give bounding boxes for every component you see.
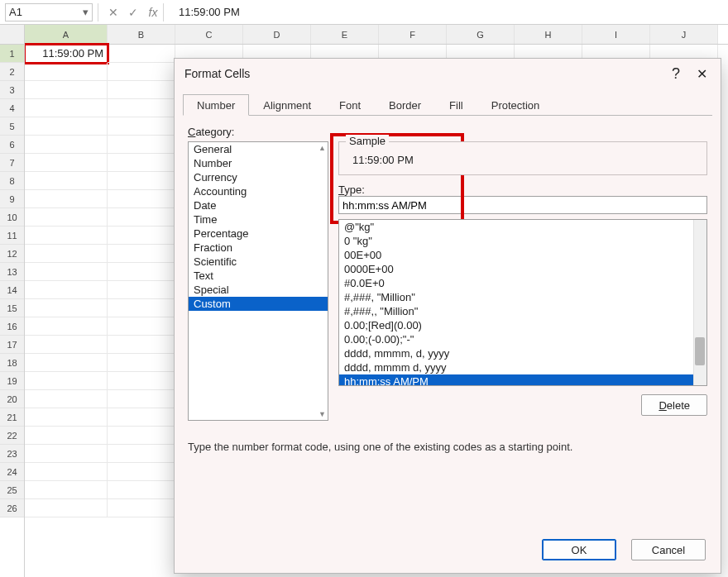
row-header[interactable]: 26 <box>0 499 24 517</box>
cell[interactable] <box>25 208 108 227</box>
cell[interactable] <box>108 117 175 136</box>
format-code-list[interactable]: @"kg"0 "kg"00E+000000E+00#0.0E+0#,###, "… <box>338 219 707 386</box>
cell[interactable] <box>108 172 175 190</box>
cell[interactable] <box>108 317 175 336</box>
format-code-item[interactable]: 0.00;(-0.00);"-" <box>339 332 693 346</box>
row-header[interactable]: 20 <box>0 390 24 408</box>
category-item[interactable]: Text <box>189 269 328 283</box>
cell[interactable] <box>108 81 175 99</box>
formula-confirm-button[interactable]: ✓ <box>123 2 143 22</box>
column-header[interactable]: H <box>515 25 582 44</box>
cell[interactable] <box>25 336 108 354</box>
column-header[interactable]: A <box>25 25 108 44</box>
cell[interactable] <box>25 354 108 372</box>
cell[interactable] <box>108 481 175 499</box>
type-input[interactable] <box>338 196 707 214</box>
category-item[interactable]: Fraction <box>189 241 328 255</box>
tab-fill[interactable]: Fill <box>435 94 477 116</box>
name-box[interactable]: A1 ▾ <box>5 3 93 21</box>
cell[interactable] <box>108 154 175 172</box>
row-header[interactable]: 7 <box>0 154 24 172</box>
cell[interactable] <box>25 499 108 517</box>
category-item[interactable]: Special <box>189 283 328 297</box>
category-item[interactable]: Date <box>189 198 328 212</box>
row-header[interactable]: 3 <box>0 81 24 99</box>
row-header[interactable]: 23 <box>0 445 24 463</box>
format-code-item[interactable]: dddd, mmmm d, yyyy <box>339 360 693 374</box>
category-item[interactable]: Currency <box>189 170 328 184</box>
cell[interactable] <box>108 336 175 354</box>
column-header[interactable]: C <box>175 25 243 44</box>
insert-function-button[interactable]: fx <box>143 2 163 22</box>
tab-alignment[interactable]: Alignment <box>249 94 325 116</box>
column-header[interactable]: J <box>650 25 718 44</box>
column-header[interactable]: G <box>447 25 515 44</box>
cell[interactable] <box>108 354 175 372</box>
scroll-down-icon[interactable]: ▼ <box>318 410 326 418</box>
row-header[interactable]: 1 <box>0 45 24 63</box>
cell[interactable] <box>108 427 175 445</box>
row-header[interactable]: 8 <box>0 172 24 190</box>
row-header[interactable]: 4 <box>0 99 24 117</box>
cell[interactable] <box>108 499 175 517</box>
cell[interactable] <box>108 299 175 317</box>
column-header[interactable]: B <box>108 25 175 44</box>
cell[interactable] <box>25 481 108 499</box>
format-code-item[interactable]: #,###,, "Million" <box>339 304 693 318</box>
category-item[interactable]: Percentage <box>189 227 328 241</box>
row-header[interactable]: 17 <box>0 336 24 354</box>
cell-a1[interactable]: 11:59:00 PM <box>25 45 108 63</box>
cell[interactable] <box>25 81 108 99</box>
tab-number[interactable]: Number <box>183 94 249 116</box>
cell[interactable] <box>108 463 175 481</box>
cell[interactable] <box>108 136 175 154</box>
cell[interactable] <box>25 299 108 317</box>
category-item[interactable]: Time <box>189 212 328 227</box>
category-item[interactable]: Custom <box>189 297 328 311</box>
tab-protection[interactable]: Protection <box>477 94 554 116</box>
cell[interactable] <box>108 45 175 63</box>
cell[interactable] <box>108 245 175 263</box>
row-header[interactable]: 16 <box>0 317 24 336</box>
cell[interactable] <box>25 154 108 172</box>
cell[interactable] <box>25 281 108 299</box>
category-item[interactable]: Scientific <box>189 255 328 269</box>
cell[interactable] <box>25 63 108 81</box>
cell[interactable] <box>108 263 175 281</box>
row-header[interactable]: 11 <box>0 227 24 245</box>
cell[interactable] <box>108 445 175 463</box>
formula-cancel-button[interactable]: ✕ <box>103 2 123 22</box>
cell[interactable] <box>108 190 175 208</box>
cell[interactable] <box>25 99 108 117</box>
cell[interactable] <box>25 463 108 481</box>
format-code-item[interactable]: hh:mm:ss AM/PM <box>339 374 693 386</box>
cell[interactable] <box>108 99 175 117</box>
scroll-up-icon[interactable]: ▲ <box>318 144 326 152</box>
cell[interactable] <box>108 208 175 227</box>
close-button[interactable]: ✕ <box>693 63 711 85</box>
scrollbar[interactable] <box>693 220 706 385</box>
cell[interactable] <box>25 263 108 281</box>
cell[interactable] <box>108 408 175 427</box>
row-header[interactable]: 5 <box>0 117 24 136</box>
row-header[interactable]: 12 <box>0 245 24 263</box>
cell[interactable] <box>25 445 108 463</box>
tab-border[interactable]: Border <box>375 94 435 116</box>
ok-button[interactable]: OK <box>542 539 616 560</box>
cell[interactable] <box>25 245 108 263</box>
format-code-item[interactable]: #,###, "Million" <box>339 290 693 304</box>
cell[interactable] <box>25 317 108 336</box>
row-header[interactable]: 15 <box>0 299 24 317</box>
format-code-item[interactable]: 0000E+00 <box>339 262 693 276</box>
column-header[interactable]: E <box>311 25 379 44</box>
row-header[interactable]: 13 <box>0 263 24 281</box>
cell[interactable] <box>25 427 108 445</box>
row-header[interactable]: 19 <box>0 372 24 390</box>
category-item[interactable]: Number <box>189 156 328 170</box>
row-header[interactable]: 24 <box>0 463 24 481</box>
column-header[interactable]: I <box>582 25 650 44</box>
row-header[interactable]: 22 <box>0 427 24 445</box>
row-header[interactable]: 18 <box>0 354 24 372</box>
cell[interactable] <box>108 227 175 245</box>
cell[interactable] <box>25 372 108 390</box>
